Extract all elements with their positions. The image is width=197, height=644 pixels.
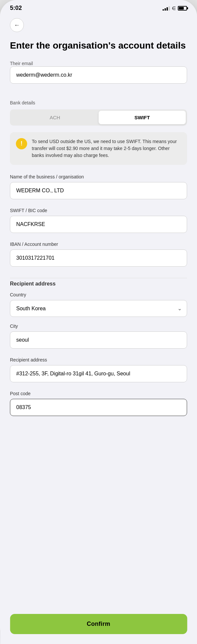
city-label: City: [10, 323, 187, 329]
swift-alert: ! To send USD outside the US, we need to…: [10, 132, 187, 165]
country-select[interactable]: South Korea United States United Kingdom…: [10, 300, 187, 317]
payment-method-tabs: ACH SWIFT: [10, 109, 187, 126]
swift-bic-field-group: SWIFT / BIC code: [10, 208, 187, 235]
iban-label: IBAN / Account number: [10, 242, 187, 247]
recipient-address-header: Recipient address: [10, 278, 187, 287]
tab-swift[interactable]: SWIFT: [99, 111, 186, 124]
confirm-button[interactable]: Confirm: [10, 614, 187, 634]
country-select-wrapper: South Korea United States United Kingdom…: [10, 300, 187, 317]
business-name-field-group: Name of the business / organisation: [10, 174, 187, 201]
tab-ach[interactable]: ACH: [11, 111, 99, 124]
status-bar: 5:02 ∈: [0, 0, 197, 15]
battery-icon: [178, 6, 187, 11]
address-input[interactable]: [10, 365, 187, 382]
iban-input[interactable]: [10, 249, 187, 267]
signal-icon: [163, 6, 170, 11]
page-title: Enter the organisation's account details: [10, 40, 187, 51]
phone-frame: 5:02 ∈ ← Enter the organisation's accoun…: [0, 0, 197, 644]
status-time: 5:02: [10, 5, 22, 12]
postcode-label: Post code: [10, 391, 187, 396]
swift-bic-input[interactable]: [10, 216, 187, 233]
iban-field-group: IBAN / Account number: [10, 242, 187, 269]
swift-bic-label: SWIFT / BIC code: [10, 208, 187, 213]
address-label: Recipient address: [10, 357, 187, 362]
status-icons: ∈: [163, 6, 187, 11]
main-content: ← Enter the organisation's account detai…: [0, 18, 197, 464]
back-arrow-icon: ←: [14, 22, 20, 28]
country-label: Country: [10, 292, 187, 297]
postcode-field-group: Post code: [10, 391, 187, 418]
email-input[interactable]: [10, 66, 187, 84]
country-field-group: Country South Korea United States United…: [10, 292, 187, 317]
city-input[interactable]: [10, 331, 187, 349]
back-button[interactable]: ←: [10, 18, 24, 32]
city-field-group: City: [10, 323, 187, 351]
postcode-input[interactable]: [10, 399, 187, 416]
bank-details-section: Bank details ACH SWIFT ! To send USD out…: [10, 100, 187, 165]
email-field-group: Their email: [10, 60, 187, 86]
business-name-input[interactable]: [10, 182, 187, 199]
alert-icon: !: [16, 138, 27, 149]
confirm-bar: Confirm: [0, 609, 197, 644]
business-name-label: Name of the business / organisation: [10, 174, 187, 179]
email-label: Their email: [10, 61, 33, 66]
wifi-icon: ∈: [172, 6, 176, 11]
address-field-group: Recipient address: [10, 357, 187, 384]
bank-details-label: Bank details: [10, 100, 187, 105]
alert-text: To send USD outside the US, we need to u…: [32, 138, 181, 159]
